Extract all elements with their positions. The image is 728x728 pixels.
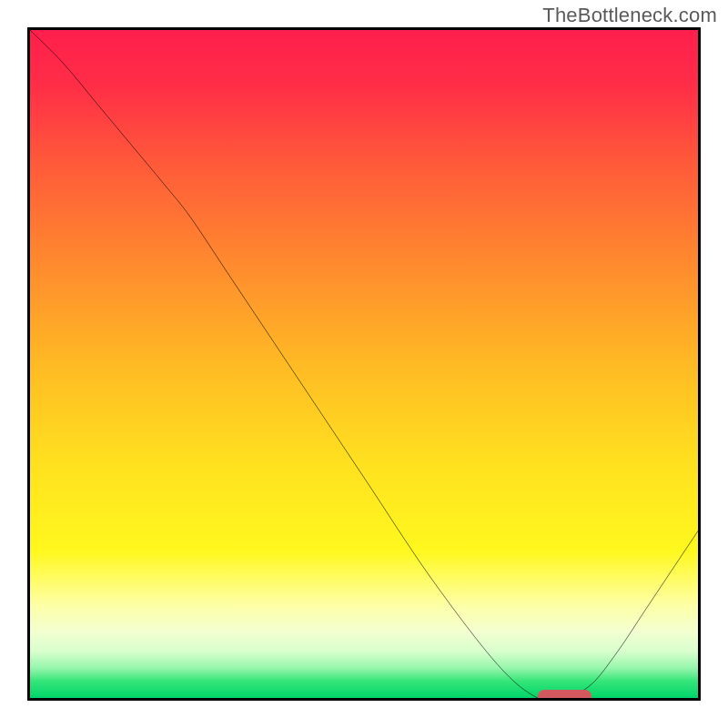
chart-line — [30, 30, 698, 698]
optimal-range-marker — [538, 690, 592, 701]
watermark-text: TheBottleneck.com — [542, 4, 717, 27]
chart-frame — [27, 27, 701, 701]
